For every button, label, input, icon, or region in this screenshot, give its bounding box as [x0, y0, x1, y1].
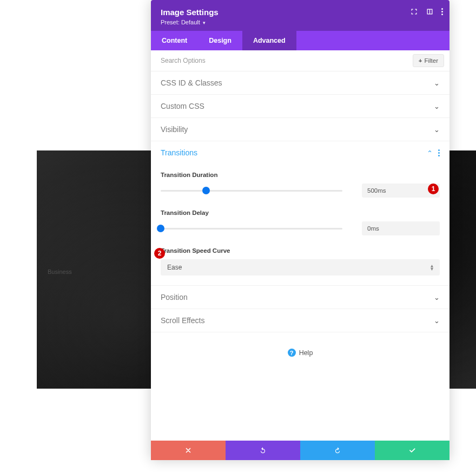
section-title: Transitions — [161, 148, 197, 157]
chevron-up-icon: ⌄ — [427, 149, 433, 157]
section-title: Custom CSS — [161, 102, 204, 110]
watermark-text: Business — [48, 268, 72, 275]
panel-footer — [151, 441, 449, 460]
section-transitions: Transitions ⌄ Transition Duration — [151, 141, 449, 286]
plus-icon: + — [419, 57, 422, 64]
panel-content: CSS ID & Classes ⌄ Custom CSS ⌄ Visibili… — [151, 71, 449, 441]
select-value: Ease — [167, 264, 182, 271]
field-label: Transition Delay — [161, 209, 440, 216]
help-link[interactable]: ? Help — [151, 332, 449, 373]
chevron-down-icon: ⌄ — [434, 317, 440, 325]
filter-button[interactable]: + Filter — [413, 54, 444, 67]
section-title: Position — [161, 293, 188, 301]
field-transition-delay: Transition Delay — [161, 209, 440, 235]
caret-down-icon: ▾ — [203, 20, 206, 25]
preset-label: Preset: Default — [161, 19, 200, 25]
section-title: Scroll Effects — [161, 316, 204, 325]
chevron-down-icon: ⌄ — [434, 79, 440, 87]
select-arrows-icon: ▴▾ — [431, 264, 433, 271]
field-transition-duration: Transition Duration — [161, 172, 440, 198]
section-title: CSS ID & Classes — [161, 78, 222, 87]
annotation-1: 1 — [428, 183, 439, 194]
section-custom-css: Custom CSS ⌄ — [151, 95, 449, 118]
slider-thumb[interactable] — [157, 225, 164, 232]
chevron-down-icon: ⌄ — [434, 293, 440, 301]
section-kebab-icon[interactable] — [438, 149, 440, 156]
section-css-id: CSS ID & Classes ⌄ — [151, 71, 449, 95]
filter-label: Filter — [424, 57, 438, 64]
tab-bar: Content Design Advanced — [151, 31, 449, 50]
transitions-body: Transition Duration Transition Delay — [151, 164, 449, 285]
undo-button[interactable] — [226, 441, 300, 460]
slider-row — [161, 183, 440, 198]
chevron-down-icon: ⌄ — [434, 126, 440, 134]
field-speed-curve: Transition Speed Curve Ease ▴▾ — [161, 247, 440, 276]
delay-value-input[interactable] — [362, 221, 440, 235]
close-icon — [184, 447, 192, 454]
help-icon: ? — [288, 349, 296, 357]
columns-icon[interactable] — [426, 8, 434, 16]
tab-advanced[interactable]: Advanced — [242, 31, 296, 50]
section-visibility: Visibility ⌄ — [151, 118, 449, 141]
field-label: Transition Speed Curve — [161, 247, 440, 254]
panel-header: Image Settings Preset: Default ▾ — [151, 0, 449, 31]
section-header-custom-css[interactable]: Custom CSS ⌄ — [151, 95, 449, 117]
slider-row — [161, 221, 440, 235]
preset-dropdown[interactable]: Preset: Default ▾ — [161, 19, 206, 25]
search-input[interactable] — [151, 50, 413, 71]
chevron-down-icon: ⌄ — [434, 102, 440, 110]
panel-title: Image Settings — [161, 8, 440, 17]
tab-design[interactable]: Design — [198, 31, 242, 50]
undo-icon — [259, 447, 267, 454]
field-label: Transition Duration — [161, 172, 440, 178]
speed-curve-select[interactable]: Ease ▴▾ — [161, 259, 440, 276]
annotation-2: 2 — [154, 248, 165, 259]
expand-icon[interactable] — [410, 8, 418, 16]
header-icons — [410, 8, 443, 16]
section-header-scroll-effects[interactable]: Scroll Effects ⌄ — [151, 309, 449, 332]
section-header-visibility[interactable]: Visibility ⌄ — [151, 118, 449, 141]
kebab-menu-icon[interactable] — [441, 8, 443, 15]
redo-button[interactable] — [300, 441, 375, 460]
check-icon — [408, 447, 416, 454]
section-scroll-effects: Scroll Effects ⌄ — [151, 309, 449, 332]
section-header-position[interactable]: Position ⌄ — [151, 286, 449, 309]
image-settings-panel: 1 2 Image Settings Preset: Default ▾ Con… — [151, 0, 449, 460]
tab-content[interactable]: Content — [151, 31, 198, 50]
redo-icon — [334, 447, 341, 454]
section-title: Visibility — [161, 125, 188, 134]
help-label: Help — [299, 349, 313, 357]
section-position: Position ⌄ — [151, 286, 449, 309]
slider-thumb[interactable] — [202, 187, 210, 194]
section-header-transitions[interactable]: Transitions ⌄ — [151, 141, 449, 164]
search-row: + Filter — [151, 50, 449, 71]
discard-button[interactable] — [151, 441, 226, 460]
save-button[interactable] — [375, 441, 449, 460]
section-header-css-id[interactable]: CSS ID & Classes ⌄ — [151, 71, 449, 94]
delay-slider[interactable] — [161, 224, 342, 233]
duration-slider[interactable] — [161, 186, 342, 195]
